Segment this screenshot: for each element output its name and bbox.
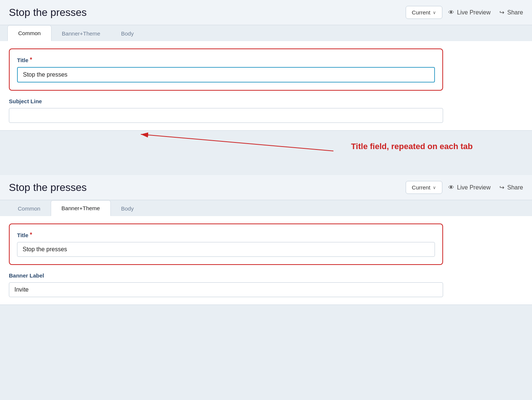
live-preview-btn-bottom[interactable]: 👁 Live Preview (448, 184, 491, 191)
share-icon-bottom: ↪ (499, 184, 504, 191)
title-label-bottom: Title * (17, 232, 435, 238)
svg-line-2 (141, 134, 333, 151)
bottom-panel-body: Title * Banner Label (0, 216, 452, 305)
top-panel-body: Title * Subject Line (0, 41, 452, 130)
banner-label-section: Banner Label (9, 272, 443, 297)
tab-body-top[interactable]: Body (111, 26, 144, 41)
header-right-bottom: 👁 Live Preview ↪ Share (448, 184, 523, 191)
live-preview-btn-top[interactable]: 👁 Live Preview (448, 9, 491, 16)
top-panel: Stop the presses Current ∨ 👁 Live Previe… (0, 0, 532, 131)
current-dropdown-bottom[interactable]: Current ∨ (406, 181, 442, 194)
title-field-section-bottom: Title * (9, 223, 443, 265)
top-tabs-bar: Common Banner+Theme Body (0, 25, 532, 41)
tab-body-bottom[interactable]: Body (111, 201, 144, 216)
chevron-down-icon-top: ∨ (433, 10, 436, 15)
share-icon-top: ↪ (499, 9, 504, 16)
eye-icon-top: 👁 (448, 9, 454, 16)
current-dropdown-top[interactable]: Current ∨ (406, 6, 442, 19)
eye-icon-bottom: 👁 (448, 184, 454, 191)
annotation-area: Title field, repeated on each tab (0, 131, 532, 175)
tab-common-top[interactable]: Common (7, 25, 51, 41)
share-btn-top[interactable]: ↪ Share (499, 9, 523, 16)
title-label-top: Title * (17, 57, 435, 63)
chevron-down-icon-bottom: ∨ (433, 185, 436, 190)
required-star-top: * (30, 57, 32, 63)
dropdown-label-bottom: Current (412, 184, 430, 191)
header-right-top: 👁 Live Preview ↪ Share (448, 9, 523, 16)
required-star-bottom: * (30, 232, 32, 238)
annotation-text: Title field, repeated on each tab (351, 142, 473, 151)
bottom-panel-title: Stop the presses (9, 182, 400, 194)
tab-banner-theme-top[interactable]: Banner+Theme (51, 26, 111, 41)
subject-line-input[interactable] (9, 108, 443, 123)
tab-common-bottom[interactable]: Common (7, 201, 51, 216)
bottom-panel: Stop the presses Current ∨ 👁 Live Previe… (0, 175, 532, 305)
page-wrapper: Stop the presses Current ∨ 👁 Live Previe… (0, 0, 532, 305)
subject-line-label: Subject Line (9, 98, 443, 104)
share-label-bottom: Share (507, 184, 523, 191)
tab-banner-theme-bottom[interactable]: Banner+Theme (51, 200, 111, 216)
share-btn-bottom[interactable]: ↪ Share (499, 184, 523, 191)
annotation-svg (0, 131, 532, 175)
dropdown-label-top: Current (412, 9, 430, 16)
title-input-top[interactable] (17, 67, 435, 83)
title-input-bottom[interactable] (17, 242, 435, 257)
banner-label-label: Banner Label (9, 272, 443, 279)
live-preview-label-bottom: Live Preview (457, 184, 491, 191)
bottom-panel-header: Stop the presses Current ∨ 👁 Live Previe… (0, 175, 532, 200)
top-panel-header: Stop the presses Current ∨ 👁 Live Previe… (0, 0, 532, 25)
title-field-section-top: Title * (9, 48, 443, 91)
share-label-top: Share (507, 9, 523, 16)
bottom-tabs-bar: Common Banner+Theme Body (0, 200, 532, 216)
banner-label-input[interactable] (9, 282, 443, 297)
top-panel-title: Stop the presses (9, 7, 400, 19)
live-preview-label-top: Live Preview (457, 9, 491, 16)
subject-line-section: Subject Line (9, 98, 443, 123)
